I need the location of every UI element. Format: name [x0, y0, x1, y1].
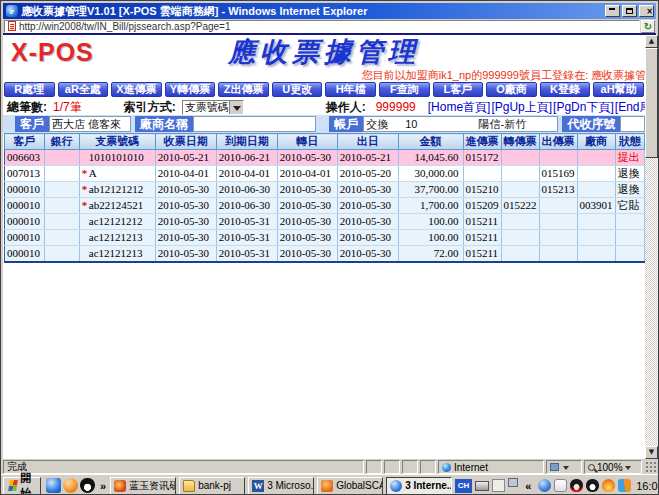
table-row[interactable]: 000010ac121212132010-05-302010-05-312010…	[5, 246, 645, 263]
maximize-button[interactable]	[622, 5, 637, 17]
table-row[interactable]: 007013*A2010-04-012010-04-012010-04-0120…	[5, 166, 645, 182]
customer-filter-input[interactable]: 西大店 億客來	[49, 116, 131, 132]
table-cell: 2010-05-30	[277, 246, 337, 263]
vertical-scrollbar[interactable]: ▲ ▼	[645, 35, 658, 459]
qq-black-icon[interactable]	[586, 479, 599, 492]
globe-icon	[442, 463, 451, 472]
notes-table: 客戶銀行支票號碼收票日期到期日期轉日出日金額進傳票轉傳票出傳票廠商狀態00660…	[4, 133, 645, 263]
task-button-0[interactable]: 蓝玉资讯研...	[110, 477, 176, 495]
status-segment	[402, 460, 418, 474]
qq-penguin-icon[interactable]	[80, 478, 95, 493]
table-cell: 015222	[501, 198, 539, 214]
index-mode-label: 索引方式:	[124, 99, 176, 116]
table-cell: *A	[79, 166, 155, 182]
menu-item-1[interactable]: aR全處	[58, 82, 109, 97]
menu-item-7[interactable]: F查詢	[379, 82, 430, 97]
flame-icon[interactable]	[602, 479, 615, 492]
table-cell	[44, 230, 79, 246]
vendor-filter-input[interactable]	[193, 116, 316, 132]
qq-orange-icon[interactable]	[63, 478, 78, 493]
refresh-button[interactable]: ↻	[641, 20, 655, 33]
scrollbar-thumb[interactable]	[645, 48, 658, 158]
paging-link-3[interactable]: [End尾頁]	[615, 100, 645, 114]
ie-quick-icon[interactable]	[46, 478, 61, 493]
table-cell: 退換	[615, 182, 644, 198]
resize-grip[interactable]	[644, 460, 656, 474]
table-cell: 007013	[5, 166, 45, 182]
table-cell: 1,700.00	[398, 198, 463, 214]
total-value: 1/7筆	[53, 99, 82, 116]
start-button[interactable]: 開始	[3, 477, 41, 495]
ime-indicator[interactable]: CH	[455, 479, 472, 493]
menu-item-11[interactable]: aH幫助	[593, 82, 644, 97]
tray-collapse-chevron[interactable]: «	[525, 480, 531, 492]
menu-item-6[interactable]: H年檔	[325, 82, 376, 97]
paging-link-1[interactable]: [PgUp上頁]	[491, 100, 552, 114]
account-filter-input[interactable]: 交換 10 陽信-新竹	[363, 116, 558, 132]
table-cell: 2010-06-30	[216, 182, 277, 198]
table-cell	[501, 166, 539, 182]
table-row[interactable]: 000010ac121212132010-05-302010-05-312010…	[5, 230, 645, 246]
column-header-7: 金額	[398, 134, 463, 150]
globalscape-icon	[321, 480, 333, 492]
zoom-level: 100%	[597, 462, 623, 473]
chevron-down-icon[interactable]	[229, 101, 243, 114]
column-header-9: 轉傳票	[501, 134, 539, 150]
quick-launch-overflow[interactable]: »	[100, 480, 106, 492]
table-cell: ac12121213	[79, 230, 155, 246]
table-cell	[463, 166, 501, 182]
column-header-3: 收票日期	[155, 134, 216, 150]
table-cell: 2010-05-30	[155, 246, 216, 263]
table-cell: 2010-05-30	[277, 214, 337, 230]
table-row[interactable]: 000010*ab121212122010-05-302010-06-30201…	[5, 182, 645, 198]
scroll-down-icon[interactable]: ▼	[645, 446, 658, 459]
table-cell: 37,700.00	[398, 182, 463, 198]
remove-hardware-icon[interactable]	[508, 478, 518, 487]
table-cell	[501, 214, 539, 230]
table-cell	[539, 150, 577, 166]
qq-red-icon[interactable]	[570, 479, 583, 492]
paging-link-0[interactable]: [Home首頁]	[428, 100, 491, 114]
printer-icon[interactable]	[475, 481, 489, 491]
column-header-10: 出傳票	[539, 134, 577, 150]
account-type: 交換	[366, 118, 388, 130]
menu-item-8[interactable]: L客戶	[433, 82, 484, 97]
menu-item-5[interactable]: U更改	[272, 82, 323, 97]
minimize-button[interactable]	[605, 5, 620, 17]
collect-serial-input[interactable]	[620, 116, 645, 132]
scroll-up-icon[interactable]: ▲	[645, 35, 658, 48]
table-cell: 015211	[463, 214, 501, 230]
task-button-4[interactable]: 3 Interne...	[386, 477, 452, 495]
task-button-1[interactable]: bank-pj	[179, 477, 245, 495]
close-button[interactable]: ×	[639, 5, 654, 17]
protected-mode-panel[interactable]	[546, 460, 582, 474]
table-row[interactable]: 000010*ab221245212010-05-302010-06-30201…	[5, 198, 645, 214]
task-label: 3 Microso...	[267, 480, 314, 491]
menu-item-4[interactable]: Z出傳票	[218, 82, 269, 97]
menu-item-2[interactable]: X進傳票	[111, 82, 162, 97]
notepad-icon[interactable]	[554, 479, 567, 492]
table-row[interactable]: 00660310101010102010-05-212010-06-212010…	[5, 150, 645, 166]
table-cell: *ab22124521	[79, 198, 155, 214]
table-cell	[501, 182, 539, 198]
status-segment	[366, 460, 382, 474]
paging-link-2[interactable]: [PgDn下頁]	[553, 100, 614, 114]
menu-item-10[interactable]: K登錄	[540, 82, 591, 97]
url-field[interactable]: http://win2008/tw/IN_Bill/pjssearch.asp?…	[4, 20, 640, 33]
task-button-3[interactable]: GlobalSCAP...	[317, 477, 383, 495]
operator-label: 操作人:	[326, 99, 366, 116]
menu-item-9[interactable]: O廠商	[486, 82, 537, 97]
menu-item-0[interactable]: R處理	[4, 82, 55, 97]
table-cell: 它貼	[615, 198, 644, 214]
index-mode-select[interactable]: 支票號碼	[182, 100, 244, 115]
messenger-icon[interactable]	[538, 479, 551, 492]
taskbar: 開始 » 蓝玉资讯研...bank-pjW3 Microso...GlobalS…	[1, 474, 658, 495]
table-cell: 2010-05-30	[337, 246, 398, 263]
windows-flag-icon	[8, 480, 18, 491]
menu-item-3[interactable]: Y轉傳票	[165, 82, 216, 97]
task-button-2[interactable]: W3 Microso...	[248, 477, 314, 495]
table-row[interactable]: 000010ac121212122010-05-302010-05-312010…	[5, 214, 645, 230]
zoom-control[interactable]: 100%	[584, 460, 642, 474]
clock-tray-icon[interactable]	[618, 479, 631, 492]
help-icon[interactable]	[492, 479, 505, 492]
